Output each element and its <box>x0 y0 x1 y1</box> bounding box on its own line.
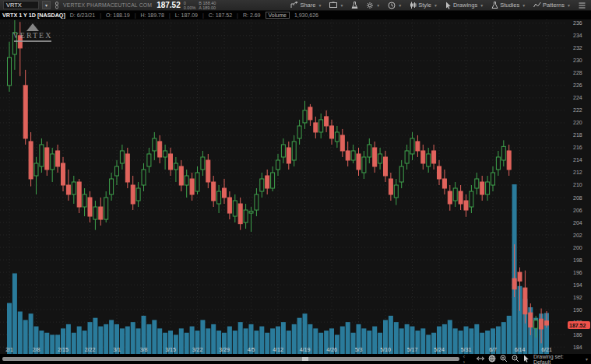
patterns-button[interactable]: Patterns▼ <box>531 1 573 10</box>
cursor-icon <box>445 2 452 9</box>
volume-bar <box>507 316 512 354</box>
volume-bar <box>72 333 76 354</box>
chart-menu-button[interactable] <box>576 1 588 10</box>
patterns-label: Patterns <box>543 2 565 9</box>
price-axis-label: 224 <box>573 95 582 100</box>
last-price: 187.52 <box>157 1 181 9</box>
drawings-button[interactable]: Drawings▼ <box>443 1 486 10</box>
volume-bar <box>23 320 28 354</box>
candle-body <box>217 191 221 204</box>
symbol-value: VRTX <box>6 2 22 9</box>
candle-body <box>384 157 388 176</box>
share-label: Share <box>300 2 315 9</box>
volume-bar <box>50 334 55 354</box>
pan-arrows[interactable]: ‹ › <box>463 354 473 364</box>
price-axis-label: 208 <box>573 195 582 201</box>
price-axis-label: 184 <box>573 345 582 350</box>
symbol-input[interactable]: VRTX <box>3 1 39 9</box>
volume-study-chip[interactable]: Volume <box>266 12 290 19</box>
volume-bar <box>259 327 264 354</box>
volume-bar <box>453 328 458 354</box>
volume-bar <box>394 322 399 354</box>
snapshot-button[interactable]: ▼ <box>327 1 346 10</box>
style-label: Style <box>418 2 431 9</box>
price-axis-label: 194 <box>573 282 582 288</box>
volume-bar <box>501 322 506 354</box>
volume-bar <box>265 333 269 354</box>
volume-bar <box>152 320 157 354</box>
candle-body <box>308 107 312 120</box>
candle-body <box>62 163 65 185</box>
volume-bar <box>292 324 297 354</box>
symbol-dropdown-button[interactable]: ▾ <box>42 1 51 9</box>
time-scrollbar[interactable] <box>2 357 459 361</box>
candle-body <box>201 157 205 170</box>
price-axis-label: 220 <box>573 120 582 125</box>
volume-bar <box>157 328 162 354</box>
flask-icon <box>491 2 498 9</box>
candle-body <box>427 154 431 166</box>
globe-reset-icon[interactable] <box>488 355 496 364</box>
beaker-icon <box>351 2 358 9</box>
candle-body <box>45 148 49 170</box>
candle-body <box>325 117 329 126</box>
date-axis-label: 3/29 <box>219 347 230 352</box>
candle-body <box>244 210 248 222</box>
date-axis-label: 3/22 <box>192 347 203 352</box>
patterns-caret-icon: ▼ <box>567 3 571 8</box>
trading-chart-window: VRTX ▾ VERTEX PHARMACEUTICAL COM 187.52 … <box>0 0 591 364</box>
candle-body <box>115 166 119 176</box>
watermark-underline <box>14 40 51 42</box>
chart-area[interactable]: 1841861881901921941961982002022042062082… <box>0 19 591 354</box>
date-readout: D: 6/23/21 <box>70 12 95 18</box>
candle-body <box>368 145 371 157</box>
candle-body <box>51 154 55 170</box>
link-icon[interactable] <box>54 2 60 9</box>
volume-bar <box>12 273 17 354</box>
candlestick-chart[interactable]: 1841861881901921941961982002022042062082… <box>0 19 591 354</box>
settings-button[interactable]: ▼ <box>364 1 382 10</box>
candle-body <box>470 191 473 207</box>
candle-body <box>529 313 533 327</box>
candle-body <box>464 201 468 210</box>
candle-body <box>56 151 60 166</box>
vertex-logo-watermark: VERTEX <box>8 23 58 42</box>
price-axis-label: 206 <box>573 208 582 213</box>
price-axis-label: 192 <box>573 295 582 300</box>
price-axis-label: 196 <box>573 270 582 275</box>
volume-bar <box>313 328 318 354</box>
date-axis-label: 5/3 <box>355 347 363 352</box>
date-axis-label: 4/26 <box>326 347 337 352</box>
candle-body <box>480 182 484 194</box>
candle-body <box>206 160 210 182</box>
volume-bar <box>474 324 479 354</box>
candle-body <box>432 151 436 163</box>
candle-body <box>292 142 296 160</box>
separator: | <box>202 12 204 18</box>
candle-body <box>545 321 549 325</box>
candle-body <box>405 151 409 163</box>
company-name: VERTEX PHARMACEUTICAL COM <box>63 2 152 8</box>
scrollbar-handle[interactable] <box>302 357 308 361</box>
candle-body <box>399 166 403 182</box>
zoom-out-icon[interactable] <box>512 355 519 364</box>
candle-body <box>249 212 253 213</box>
alerts-button[interactable]: ▼ <box>385 1 404 10</box>
volume-bar <box>104 324 108 354</box>
candle-body <box>351 151 355 160</box>
fit-width-icon[interactable] <box>477 355 484 363</box>
style-button[interactable]: Style▼ <box>407 1 440 10</box>
studies-button[interactable]: Studies▼ <box>489 1 528 10</box>
candle-body <box>453 188 457 201</box>
volume-bar <box>448 320 452 354</box>
drawing-set-selector[interactable]: Drawing set: Default <box>533 354 580 364</box>
hamburger-menu-icon <box>579 2 586 9</box>
last-price-tag-text: 187.52 <box>569 323 586 328</box>
studies-label: Studies <box>500 2 519 9</box>
date-axis-label: 4/12 <box>273 347 283 352</box>
zoom-in-icon[interactable] <box>500 355 508 364</box>
quick-study-button[interactable] <box>349 1 361 10</box>
drawings-label: Drawings <box>453 2 477 9</box>
share-button[interactable]: Share▼ <box>288 1 324 10</box>
pointer-tool-icon[interactable] <box>523 355 529 364</box>
